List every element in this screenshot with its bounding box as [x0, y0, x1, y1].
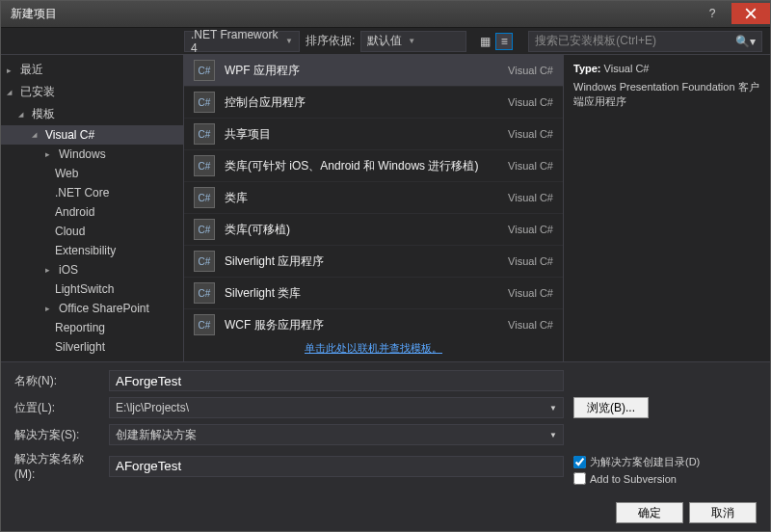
list-view-icon[interactable]: ≡ [495, 33, 513, 50]
template-icon: C# [194, 282, 215, 304]
create-dir-checkbox[interactable]: 为解决方案创建目录(D) [573, 455, 757, 469]
template-lang: Visual C# [508, 65, 553, 76]
template-name: WCF 服务应用程序 [225, 317, 498, 333]
details-pane: Type: Visual C# Windows Presentation Fou… [563, 55, 770, 361]
sidebar-item[interactable]: Windows [1, 145, 183, 164]
template-row[interactable]: C# 类库(可针对 iOS、Android 和 Windows 进行移植) Vi… [184, 150, 563, 182]
type-value: Visual C# [604, 63, 650, 74]
template-icon: C# [194, 155, 215, 176]
template-name: 控制台应用程序 [225, 94, 498, 111]
close-button[interactable] [731, 3, 770, 24]
chevron-down-icon: ▼ [285, 37, 293, 45]
template-row[interactable]: C# Silverlight 类库 Visual C# [184, 278, 563, 309]
type-label: Type: [573, 63, 601, 74]
sidebar-item-installed[interactable]: 已安装 [1, 81, 183, 103]
chevron-down-icon: ▼ [549, 431, 557, 439]
sidebar-item[interactable]: Android [1, 202, 183, 222]
name-input[interactable] [109, 370, 564, 391]
template-name: Silverlight 类库 [225, 285, 498, 302]
template-lang: Visual C# [508, 96, 553, 108]
template-row[interactable]: C# WCF 服务应用程序 Visual C# [184, 309, 563, 335]
template-row[interactable]: C# Silverlight 应用程序 Visual C# [184, 246, 563, 278]
sidebar-item[interactable]: Extensibility [1, 241, 183, 260]
template-icon: C# [194, 219, 215, 240]
template-lang: Visual C# [508, 319, 553, 331]
sidebar-item-templates[interactable]: 模板 [1, 103, 183, 125]
template-row[interactable]: C# 类库 Visual C# [184, 182, 563, 214]
sort-label: 排序依据: [306, 33, 355, 49]
sidebar-item-recent[interactable]: 最近 [1, 59, 183, 81]
template-description: Windows Presentation Foundation 客户端应用程序 [573, 80, 760, 109]
chevron-down-icon: ▼ [549, 404, 557, 412]
sidebar-item[interactable]: Cloud [1, 222, 183, 241]
template-lang: Visual C# [508, 287, 553, 299]
template-lang: Visual C# [508, 192, 553, 203]
location-combo[interactable]: E:\ljc\Projects\▼ [109, 397, 564, 418]
help-button[interactable]: ? [693, 3, 731, 24]
solution-name-label: 解决方案名称(M): [14, 451, 101, 481]
template-row[interactable]: C# 控制台应用程序 Visual C# [184, 87, 563, 119]
title-bar: 新建项目 ? [1, 1, 770, 28]
template-icon: C# [194, 251, 215, 272]
sort-combo[interactable]: 默认值▼ [360, 31, 466, 52]
chevron-down-icon: ▼ [408, 37, 415, 45]
template-row[interactable]: C# 共享项目 Visual C# [184, 119, 563, 150]
template-name: Silverlight 应用程序 [225, 253, 498, 270]
template-name: 共享项目 [225, 126, 498, 143]
solution-label: 解决方案(S): [14, 427, 101, 443]
template-name: 类库 [225, 190, 498, 206]
template-lang: Visual C# [508, 224, 553, 235]
name-label: 名称(N): [14, 373, 101, 389]
template-name: 类库(可移植) [225, 222, 498, 238]
search-icon: 🔍▾ [735, 35, 756, 48]
solution-name-input[interactable] [109, 456, 564, 477]
framework-combo[interactable]: .NET Framework 4▼ [184, 31, 300, 52]
template-icon: C# [194, 314, 215, 335]
template-row[interactable]: C# WPF 应用程序 Visual C# [184, 55, 563, 87]
cancel-button[interactable]: 取消 [689, 502, 757, 523]
form-area: 名称(N): 位置(L): E:\ljc\Projects\▼ 解决方案(S):… [1, 361, 770, 496]
sidebar-item[interactable]: Web [1, 164, 183, 183]
location-label: 位置(L): [14, 400, 101, 416]
template-icon: C# [194, 187, 215, 208]
grid-view-icon[interactable]: ▦ [476, 33, 493, 50]
template-list: C# WPF 应用程序 Visual C#C# 控制台应用程序 Visual C… [184, 55, 563, 335]
sidebar-item[interactable]: Office SharePoint [1, 299, 183, 318]
template-lang: Visual C# [508, 160, 553, 172]
window-title: 新建项目 [11, 6, 57, 22]
template-name: 类库(可针对 iOS、Android 和 Windows 进行移植) [225, 158, 498, 174]
sidebar-item[interactable]: Reporting [1, 318, 183, 337]
search-input[interactable]: 搜索已安装模板(Ctrl+E) 🔍▾ [528, 31, 762, 52]
browse-button[interactable]: 浏览(B)... [573, 397, 649, 418]
template-icon: C# [194, 123, 215, 145]
template-icon: C# [194, 92, 215, 113]
template-icon: C# [194, 60, 215, 81]
sidebar-item[interactable]: iOS [1, 260, 183, 279]
solution-combo[interactable]: 创建新解决方案▼ [109, 424, 564, 445]
sidebar-item-visual-csharp[interactable]: Visual C# [1, 125, 183, 145]
online-templates-link[interactable]: 单击此处以联机并查找模板。 [305, 342, 442, 354]
sidebar-item[interactable]: Silverlight [1, 337, 183, 357]
sidebar: 最近 已安装 模板 Visual C# Windows Web .NET Cor… [1, 55, 184, 361]
sidebar-item[interactable]: .NET Core [1, 183, 183, 202]
template-row[interactable]: C# 类库(可移植) Visual C# [184, 214, 563, 246]
toolbar: .NET Framework 4▼ 排序依据: 默认值▼ ▦ ≡ 搜索已安装模板… [1, 28, 770, 55]
template-lang: Visual C# [508, 255, 553, 267]
template-lang: Visual C# [508, 128, 553, 140]
add-svn-checkbox[interactable]: Add to Subversion [573, 472, 757, 485]
template-name: WPF 应用程序 [225, 63, 498, 79]
sidebar-item[interactable]: LightSwitch [1, 279, 183, 299]
ok-button[interactable]: 确定 [616, 502, 683, 523]
